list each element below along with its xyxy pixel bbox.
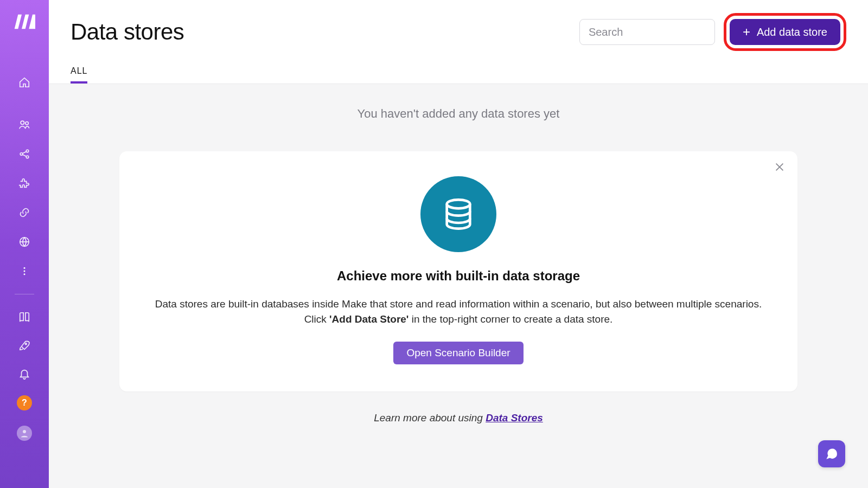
sidebar-nav-bottom: ? [17,311,32,441]
open-scenario-builder-button[interactable]: Open Scenario Builder [393,342,523,364]
svg-point-1 [25,122,29,125]
share-icon[interactable] [18,147,31,160]
search-input[interactable] [579,19,715,45]
app-logo[interactable] [14,11,35,33]
learn-more: Learn more about using Data Stores [374,412,543,424]
card-body-suffix: in the top-right corner to create a data… [409,313,612,325]
floating-help-button[interactable]: ? [818,440,845,467]
users-icon[interactable] [18,118,31,131]
page-title: Data stores [71,19,184,45]
svg-point-7 [24,271,25,272]
highlight-ring: + Add data store [724,13,846,51]
learn-more-link[interactable]: Data Stores [486,412,543,423]
more-icon[interactable] [18,265,31,278]
database-icon [420,176,496,252]
rocket-icon[interactable] [18,339,31,352]
svg-point-9 [25,343,27,345]
bell-icon[interactable] [18,367,31,380]
sidebar: ? [0,0,49,488]
add-data-store-label: Add data store [757,26,827,38]
svg-point-0 [21,121,24,124]
home-icon[interactable] [18,76,31,89]
globe-icon[interactable] [18,235,31,248]
svg-point-6 [24,267,25,269]
svg-point-8 [24,273,25,275]
close-icon[interactable] [774,161,786,173]
plus-icon: + [743,25,750,38]
tabs: ALL [71,66,846,84]
avatar[interactable] [17,426,32,441]
svg-text:?: ? [829,449,833,457]
info-card: Achieve more with built-in data storage … [119,151,797,391]
header-actions: + Add data store [579,13,846,51]
sidebar-nav-primary [18,76,31,89]
page-header: Data stores + Add data store ALL [49,0,868,84]
svg-point-10 [23,430,26,433]
link-icon[interactable] [18,206,31,219]
book-icon[interactable] [18,311,31,324]
tab-all[interactable]: ALL [71,66,87,84]
empty-state-message: You haven't added any data stores yet [358,107,560,121]
puzzle-icon[interactable] [18,177,31,190]
svg-point-11 [447,200,470,208]
main-content: Data stores + Add data store ALL You hav… [49,0,868,488]
card-title: Achieve more with built-in data storage [152,268,765,284]
sidebar-divider [15,294,34,294]
learn-more-prefix: Learn more about using [374,412,486,423]
card-body-bold: 'Add Data Store' [329,313,409,325]
sidebar-nav-secondary [18,118,31,278]
add-data-store-button[interactable]: + Add data store [730,19,840,45]
content-area: You haven't added any data stores yet Ac… [49,84,868,488]
card-body: Data stores are built-in databases insid… [155,297,762,326]
help-badge[interactable]: ? [17,395,32,410]
